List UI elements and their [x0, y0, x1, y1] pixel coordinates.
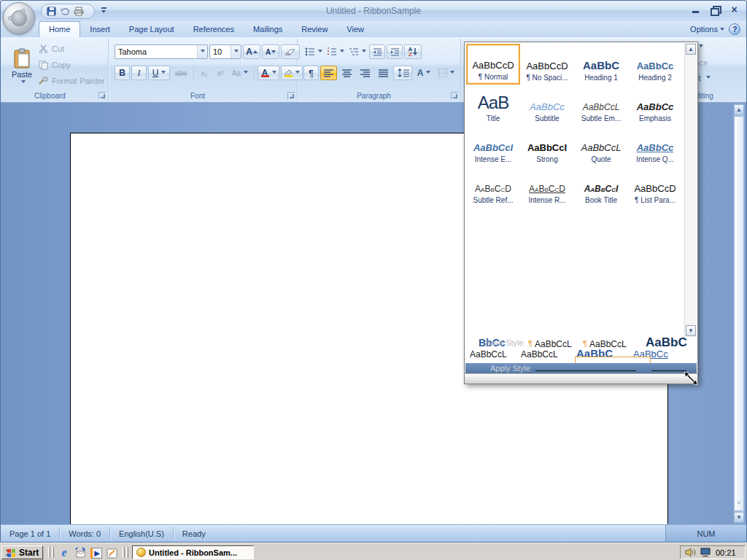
office-button[interactable] [3, 2, 35, 34]
shading-button[interactable]: A [414, 66, 434, 80]
scroll-up-button[interactable]: ▲ [734, 104, 744, 115]
chevron-down-icon[interactable] [231, 45, 241, 58]
tab-review[interactable]: Review [292, 21, 337, 37]
tab-mailings[interactable]: Mailings [244, 21, 292, 37]
cut-button[interactable]: Cut [39, 42, 105, 55]
sort-button[interactable]: AZ [404, 44, 422, 59]
toolbar-grip[interactable] [48, 547, 50, 558]
style-item-normal[interactable]: AaBbCcD¶ Normal [466, 44, 520, 85]
options-menu[interactable]: Options [690, 25, 724, 34]
volume-icon[interactable] [685, 548, 696, 557]
style-item-book-title[interactable]: AaBbCcIBook Title [575, 167, 627, 206]
outlook-express-icon[interactable] [73, 546, 88, 559]
strikethrough-button[interactable]: abe [171, 66, 190, 80]
style-item-subtle-reference[interactable]: AaBbCcDSubtle Ref... [467, 167, 519, 206]
style-item-strong[interactable]: AaBbCcIStrong [521, 126, 573, 166]
status-ready: Ready [174, 525, 214, 542]
copy-button[interactable]: Copy [39, 58, 105, 71]
tab-view[interactable]: View [337, 21, 374, 37]
line-spacing-button[interactable] [393, 66, 412, 80]
lines-icon [403, 69, 409, 77]
taskbar-window-button[interactable]: Untitled - RibbonSam... [132, 545, 254, 559]
tab-insert[interactable]: Insert [80, 21, 120, 37]
tab-home[interactable]: Home [39, 21, 80, 37]
borders-button[interactable] [436, 66, 457, 80]
font-family-combo[interactable]: Tahoma [115, 44, 208, 59]
font-size-combo[interactable]: 10 [209, 44, 241, 59]
format-painter-button[interactable]: Format Painter [39, 74, 105, 88]
shrink-font-button[interactable]: A [262, 44, 279, 59]
show-desktop-icon[interactable] [105, 546, 120, 559]
font-color-button[interactable]: A [258, 66, 279, 80]
toolbar-grip[interactable] [123, 547, 125, 558]
justify-button[interactable] [375, 66, 392, 80]
save-icon[interactable] [47, 7, 56, 16]
multilevel-list-button[interactable] [347, 44, 368, 59]
decrease-indent-button[interactable] [369, 44, 385, 59]
undo-icon[interactable] [60, 7, 70, 16]
scrollbar-thumb[interactable]: ≡ [734, 116, 744, 511]
start-button[interactable]: Start [1, 545, 43, 559]
show-paragraph-marks-button[interactable]: ¶ [303, 66, 319, 80]
chevron-down-icon [706, 76, 711, 81]
line-spacing-arrows-icon [397, 69, 403, 77]
gallery-scrollbar[interactable]: ▲ ▼ [684, 43, 697, 337]
resize-cursor-icon[interactable] [683, 370, 699, 386]
style-item-quote[interactable]: AaBbCcLQuote [575, 126, 627, 166]
style-item-subtitle[interactable]: AaBbCcSubtitle [521, 85, 573, 125]
scroll-down-button[interactable]: ▼ [734, 512, 744, 523]
style-item-intense-reference[interactable]: AaBbCcDIntense R... [521, 167, 573, 206]
vertical-scrollbar[interactable]: ▲ ≡ ▼ [733, 104, 745, 524]
align-center-button[interactable] [338, 66, 355, 80]
gallery-scroll-down-button[interactable]: ▼ [686, 325, 696, 336]
apply-style-label: Apply Style [490, 364, 530, 373]
help-icon[interactable]: ? [729, 23, 740, 35]
tab-page-layout[interactable]: Page Layout [120, 21, 184, 37]
paste-button[interactable]: Paste [7, 41, 37, 92]
change-case-button[interactable]: Aa [229, 66, 251, 80]
toolbar-grip[interactable] [52, 547, 54, 558]
group-clipboard: Paste Cut Copy Format Painter Clipboard [2, 39, 109, 101]
paragraph-dialog-launcher[interactable] [451, 92, 458, 99]
numbering-button[interactable] [325, 44, 346, 59]
align-left-button[interactable] [320, 66, 337, 80]
font-dialog-launcher[interactable] [287, 92, 295, 99]
subscript-button[interactable]: x₂ [197, 66, 212, 80]
restore-button[interactable] [711, 5, 720, 15]
style-item-title[interactable]: AaBTitle [467, 85, 519, 125]
toolbar-grip[interactable] [126, 547, 128, 558]
align-right-button[interactable] [357, 66, 374, 80]
gallery-scroll-up-button[interactable]: ▲ [686, 44, 696, 55]
display-icon[interactable] [700, 548, 711, 557]
close-button[interactable]: × [729, 5, 739, 15]
customize-qat-button[interactable] [100, 7, 109, 15]
bold-button[interactable]: B [115, 66, 130, 80]
style-item-emphasis[interactable]: AaBbCcEmphasis [629, 85, 681, 125]
style-item-intense-quote[interactable]: AaBbCcIntense Q... [629, 126, 681, 166]
title-bar[interactable]: Untitled - RibbonSample × [1, 1, 746, 21]
increase-indent-button[interactable] [387, 44, 403, 59]
style-item-heading2[interactable]: AaBbCcHeading 2 [629, 44, 681, 84]
style-item-heading1[interactable]: AaBbCHeading 1 [575, 44, 627, 84]
glitch-fragment: AaBbCcL [470, 349, 507, 359]
style-item-intense-emphasis[interactable]: AaBbCcIIntense E... [467, 126, 519, 166]
clipboard-dialog-launcher[interactable] [98, 92, 106, 99]
style-item-list-paragraph[interactable]: AaBbCcD¶ List Para... [629, 167, 681, 206]
style-item-no-spacing[interactable]: AaBbCcD¶ No Spaci... [521, 44, 573, 84]
internet-explorer-icon[interactable]: e [57, 546, 71, 559]
underline-button[interactable]: U [148, 66, 170, 80]
tab-references[interactable]: References [184, 21, 244, 37]
style-item-subtle-emphasis[interactable]: AaBbCcLSubtle Em... [575, 85, 627, 125]
align-right-icon [360, 69, 370, 77]
italic-button[interactable]: I [131, 66, 147, 80]
print-icon[interactable] [74, 7, 84, 16]
status-language: English(U.S) [110, 525, 173, 542]
quick-access-toolbar [41, 4, 95, 19]
bullets-button[interactable] [303, 44, 324, 59]
superscript-button[interactable]: x² [213, 66, 228, 80]
media-player-icon[interactable]: ▶ [89, 546, 104, 559]
grow-font-button[interactable]: A [243, 44, 260, 59]
multilevel-list-icon [349, 47, 359, 56]
minimize-button[interactable] [692, 5, 701, 15]
chevron-down-icon[interactable] [197, 45, 207, 58]
